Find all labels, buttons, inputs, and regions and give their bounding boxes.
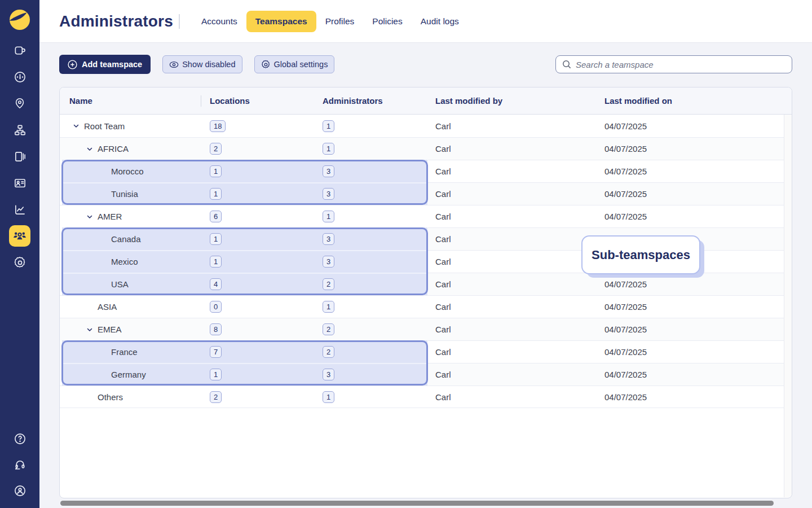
chevron-down-icon[interactable]: [86, 326, 98, 333]
teamspace-name: EMEA: [98, 325, 122, 334]
table-row[interactable]: Others21Carl04/07/2025: [60, 386, 792, 408]
administrators-badge: 3: [323, 256, 334, 268]
sub-teamspaces-tooltip: Sub-teamspaces: [581, 235, 700, 274]
org-chart-icon: [14, 124, 27, 137]
sidebar-item-gauge[interactable]: [9, 66, 30, 87]
cell-administrators: 2: [323, 346, 435, 358]
cell-administrators: 2: [323, 278, 435, 290]
sidebar-item-map-pin[interactable]: [9, 93, 30, 114]
column-header-locations[interactable]: Locations: [210, 96, 323, 106]
cell-administrators: 1: [323, 391, 435, 403]
teamspace-name: USA: [111, 279, 129, 289]
administrators-badge: 1: [323, 391, 334, 403]
app-logo[interactable]: [9, 9, 30, 30]
global-settings-button[interactable]: Global settings: [254, 55, 335, 73]
chevron-down-icon[interactable]: [86, 213, 98, 220]
search-input[interactable]: [576, 60, 785, 69]
administrators-badge: 1: [323, 143, 334, 155]
cell-name: EMEA: [60, 325, 210, 334]
locations-badge: 1: [210, 165, 222, 177]
administrators-badge: 3: [323, 233, 334, 245]
nav-tab-teamspaces[interactable]: Teamspaces: [246, 11, 316, 32]
column-header-last-modified-on[interactable]: Last modified on: [604, 96, 672, 106]
top-nav: AccountsTeamspacesProfilesPoliciesAudit …: [192, 11, 468, 32]
cell-name: USA: [60, 279, 210, 289]
cell-locations: 4: [210, 278, 323, 290]
cell-administrators: 1: [323, 120, 435, 132]
sidebar-item-account[interactable]: [9, 480, 30, 501]
sidebar-item-line-chart[interactable]: [9, 199, 30, 220]
horizontal-scrollbar[interactable]: [60, 501, 774, 506]
table-row[interactable]: Tunisia13Carl04/07/2025: [60, 182, 792, 205]
column-header-administrators[interactable]: Administrators: [323, 96, 435, 106]
sidebar-item-gear[interactable]: [9, 252, 30, 273]
cell-modified-on: 04/07/2025: [604, 347, 647, 357]
chevron-down-icon[interactable]: [73, 122, 84, 129]
cell-administrators: 3: [323, 233, 435, 245]
gauge-icon: [14, 71, 27, 84]
cell-administrators: 1: [323, 143, 435, 155]
cell-modified-by: Carl: [435, 257, 604, 266]
cell-modified-by: Carl: [435, 144, 604, 154]
column-header-name[interactable]: Name: [60, 96, 210, 106]
toolbar: Add teamspace Show disabled Global setti…: [59, 55, 792, 74]
teamspace-name: Canada: [111, 234, 141, 244]
table-row[interactable]: EMEA82Carl04/07/2025: [60, 318, 792, 340]
vertical-scrollbar[interactable]: [784, 115, 792, 497]
cell-name: Morocco: [60, 167, 210, 176]
teamspaces-table: Name Locations Administrators Last modif…: [59, 87, 792, 498]
administrators-badge: 1: [323, 211, 334, 222]
nav-tab-profiles[interactable]: Profiles: [316, 11, 364, 32]
table-row[interactable]: Germany13Carl04/07/2025: [60, 363, 792, 386]
table-row[interactable]: France72Carl04/07/2025: [60, 340, 792, 363]
cell-modified-by: Carl: [435, 347, 604, 357]
teamspace-name: Germany: [111, 370, 146, 379]
table-row[interactable]: USA42Carl04/07/2025: [60, 273, 792, 295]
cell-modified-on: 04/07/2025: [604, 392, 647, 402]
id-card-icon: [14, 177, 27, 190]
cell-modified-on: 04/07/2025: [604, 370, 647, 379]
cell-modified-on: 04/07/2025: [604, 325, 647, 334]
eye-icon: [169, 60, 179, 69]
cell-modified-on: 04/07/2025: [604, 144, 647, 154]
show-disabled-button[interactable]: Show disabled: [162, 55, 242, 73]
cell-administrators: 3: [323, 369, 435, 380]
help-icon: [14, 432, 27, 445]
sidebar: [0, 0, 39, 508]
sidebar-item-org-chart[interactable]: [9, 119, 30, 141]
nav-tab-accounts[interactable]: Accounts: [192, 11, 246, 32]
cell-name: France: [60, 347, 210, 357]
nav-tab-policies[interactable]: Policies: [363, 11, 411, 32]
table-row[interactable]: AFRICA21Carl04/07/2025: [60, 137, 792, 160]
cell-modified-on: 04/07/2025: [604, 302, 647, 312]
locations-badge: 1: [210, 188, 222, 200]
cell-modified-by: Carl: [435, 234, 604, 244]
nav-tab-audit-logs[interactable]: Audit logs: [412, 11, 468, 32]
cell-modified-by: Carl: [435, 121, 604, 131]
sidebar-item-mug[interactable]: [9, 40, 30, 61]
cell-modified-by: Carl: [435, 325, 604, 334]
administrators-badge: 3: [323, 369, 334, 380]
cell-name: Mexico: [60, 257, 210, 266]
sidebar-item-id-card[interactable]: [9, 172, 30, 194]
administrators-badge: 3: [323, 188, 334, 200]
cell-locations: 1: [210, 256, 323, 268]
table-row[interactable]: Morocco13Carl04/07/2025: [60, 160, 792, 182]
search-box[interactable]: [555, 55, 792, 73]
sidebar-item-users[interactable]: [9, 225, 30, 247]
sidebar-item-panels[interactable]: [9, 146, 30, 167]
table-row[interactable]: Root Team181Carl04/07/2025: [60, 115, 792, 137]
locations-badge: 0: [210, 301, 222, 313]
sidebar-item-help[interactable]: [9, 428, 30, 449]
table-header: Name Locations Administrators Last modif…: [60, 87, 792, 115]
table-row[interactable]: ASIA01Carl04/07/2025: [60, 295, 792, 318]
column-header-last-modified-by[interactable]: Last modified by: [435, 96, 604, 106]
table-row[interactable]: AMER61Carl04/07/2025: [60, 205, 792, 227]
chevron-down-icon[interactable]: [86, 146, 98, 152]
teamspace-name: Root Team: [84, 121, 125, 131]
locations-badge: 6: [210, 211, 222, 222]
locations-badge: 1: [210, 369, 222, 380]
add-teamspace-button[interactable]: Add teamspace: [59, 55, 151, 74]
top-header: Administrators AccountsTeamspacesProfile…: [39, 0, 812, 43]
sidebar-item-headset[interactable]: [9, 454, 30, 475]
